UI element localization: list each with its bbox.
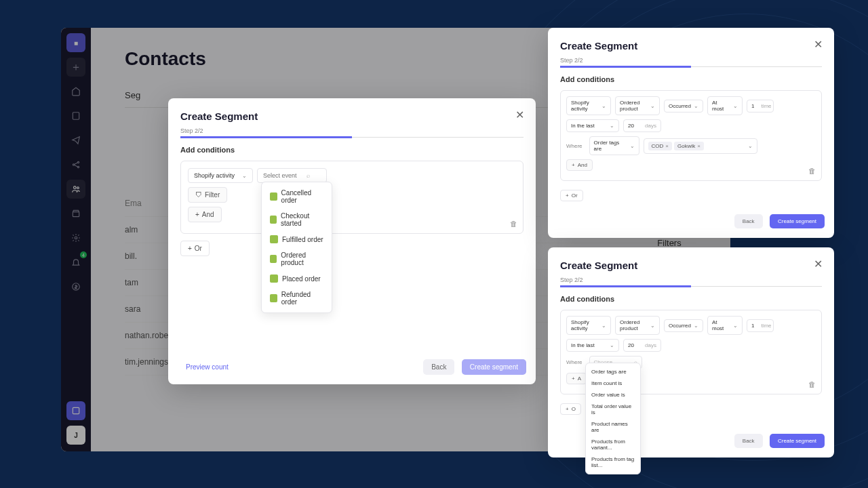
add-and-button[interactable]: +And [566,159,593,171]
create-segment-modal: Create Segment ✕ Step 2/2 Add conditions… [168,98,536,384]
create-segment-button[interactable]: Create segment [462,359,526,375]
where-option[interactable]: Products from variant... [586,436,640,453]
modal-title: Create Segment [560,40,822,52]
plus-icon: + [572,375,575,382]
shopify-icon [270,216,277,224]
close-icon[interactable]: ✕ [513,108,526,121]
qty-input[interactable]: 1time [747,319,774,332]
event-option[interactable]: Placed order [262,270,332,287]
shopify-icon [270,274,278,283]
progress-bar [560,286,822,287]
occurred-select[interactable]: Occurred⌄ [664,319,703,332]
qty-input[interactable]: 1time [747,100,774,113]
shopify-icon [270,235,278,243]
section-heading: Add conditions [180,146,524,154]
add-and-button[interactable]: +And [188,207,222,222]
event-select[interactable]: Ordered product⌄ [615,96,660,115]
create-segment-modal-where: Create Segment ✕ Step 2/2 Add conditions… [548,247,834,458]
occurred-select[interactable]: Occurred⌄ [664,100,703,113]
back-button[interactable]: Back [734,434,763,448]
activity-select[interactable]: Shopify activity⌄ [566,316,611,335]
atmost-select[interactable]: At most⌄ [707,316,743,335]
preview-count-button[interactable]: Preview count [178,359,237,375]
modal-title: Create Segment [180,110,524,122]
shopify-icon [270,192,277,201]
inlast-select[interactable]: In the last⌄ [566,119,619,132]
event-option[interactable]: Ordered product [262,247,332,270]
filter-button[interactable]: ⛉Filter [188,187,227,203]
event-select[interactable]: Ordered product⌄ [615,316,660,335]
plus-icon: + [566,406,569,412]
shopify-icon [270,294,277,302]
add-and-button[interactable]: +A [566,373,587,384]
plus-icon: + [195,211,199,218]
plus-icon: + [572,162,575,168]
condition-group: Shopify activity⌄ Ordered product⌄ Occur… [560,310,822,394]
tags-input[interactable]: COD× Gokwik× ⌄ [644,138,757,154]
days-input[interactable]: 20days [623,119,661,132]
event-dropdown: Cancelled order Checkout started Fulfill… [261,182,332,313]
plus-icon: + [566,192,569,199]
where-option[interactable]: Item count is [586,378,640,389]
shopify-icon [270,255,277,263]
progress-bar [560,66,822,67]
event-option[interactable]: Checkout started [262,208,332,231]
activity-select[interactable]: Shopify activity⌄ [566,96,611,115]
progress-bar [180,137,524,138]
days-input[interactable]: 20days [623,339,661,352]
step-indicator: Step 2/2 [560,57,822,64]
where-option[interactable]: Product names are [586,418,640,436]
trash-icon[interactable]: 🗑 [808,167,816,175]
where-option[interactable]: Order tags are [586,366,640,378]
create-segment-button[interactable]: Create segment [770,434,825,448]
inlast-select[interactable]: In the last⌄ [566,339,619,352]
where-option[interactable]: Total order value is [586,401,640,418]
event-option[interactable]: Fulfilled order [262,231,332,247]
event-input[interactable] [263,172,304,179]
close-icon[interactable]: ✕ [811,37,825,51]
plus-icon: + [188,245,192,252]
where-option[interactable]: Order value is [586,389,640,401]
where-label: Where [566,143,583,149]
where-label: Where [566,359,583,365]
tag-pill[interactable]: COD× [648,142,672,150]
step-indicator: Step 2/2 [560,277,822,283]
search-icon: ⌕ [307,172,310,179]
trash-icon[interactable]: 🗑 [808,380,816,388]
add-or-button[interactable]: +Or [560,190,583,201]
trash-icon[interactable]: 🗑 [510,220,517,228]
where-field-select[interactable]: Order tags are⌄ [589,136,639,155]
condition-group: Shopify activity⌄ Ordered product⌄ Occur… [560,90,822,181]
event-option[interactable]: Cancelled order [262,185,332,208]
tag-pill[interactable]: Gokwik× [674,142,704,150]
where-option[interactable]: Products from tag list... [586,453,640,471]
modal-title: Create Segment [560,260,822,271]
close-icon[interactable]: ✕ [811,257,825,270]
add-or-button[interactable]: +O [560,403,581,415]
condition-group: Shopify activity⌄ ⌕ ⛉Filter +And 🗑 Cance… [180,161,524,234]
where-dropdown: Order tags are Item count is Order value… [585,363,641,474]
back-button[interactable]: Back [423,359,454,375]
section-heading: Add conditions [560,295,822,303]
event-select[interactable]: ⌕ [257,168,327,183]
remove-tag-icon[interactable]: × [665,143,669,149]
back-button[interactable]: Back [734,214,763,228]
filter-icon: ⛉ [195,191,202,199]
remove-tag-icon[interactable]: × [697,143,701,149]
create-segment-modal-tags: Create Segment ✕ Step 2/2 Add conditions… [548,28,834,238]
create-segment-button[interactable]: Create segment [770,214,825,228]
atmost-select[interactable]: At most⌄ [707,96,743,115]
section-heading: Add conditions [560,75,822,83]
add-or-button[interactable]: +Or [180,241,210,256]
event-option[interactable]: Refunded order [262,287,332,310]
activity-select[interactable]: Shopify activity⌄ [188,168,253,183]
step-indicator: Step 2/2 [180,127,524,134]
